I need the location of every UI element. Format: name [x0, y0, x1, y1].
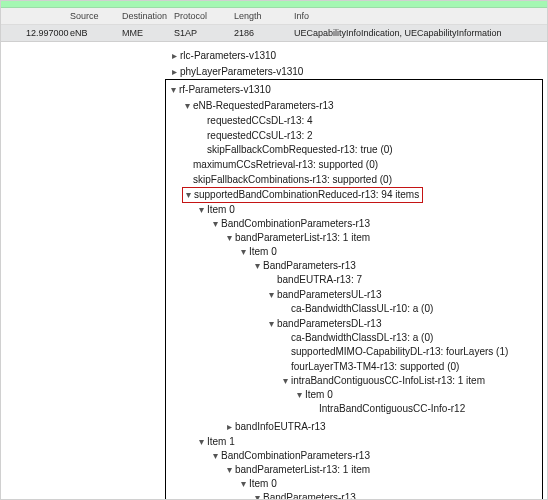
chevron-down-icon[interactable]: ▾ [224, 463, 235, 477]
label: intraBandContiguousCC-InfoList-r13: 1 it… [291, 375, 485, 386]
node-item[interactable]: ▾Item 0 ▾BandCombinationParameters-r13 ▾… [196, 203, 542, 435]
cell-protocol: S1AP [171, 25, 231, 41]
label: BandParameters-r13 [263, 260, 356, 271]
col-protocol[interactable]: Protocol [171, 8, 231, 24]
leaf-skip-fallback-comb[interactable]: skipFallbackCombinations-r13: supported … [182, 172, 542, 187]
node-rlc-parameters[interactable]: rlc-Parameters-v1310 [169, 48, 543, 64]
col-length[interactable]: Length [231, 8, 291, 24]
label: bandInfoEUTRA-r13 [235, 421, 326, 432]
col-info[interactable]: Info [291, 8, 547, 24]
items-list: ▾Item 0 ▾BandCombinationParameters-r13 ▾… [182, 203, 542, 499]
col-destination[interactable]: Destination [119, 8, 171, 24]
leaf-skip-fallback-req[interactable]: skipFallbackCombRequested-r13: true (0) [196, 143, 542, 158]
chevron-down-icon[interactable]: ▾ [183, 188, 194, 202]
chevron-down-icon[interactable]: ▾ [196, 435, 207, 449]
node-item[interactable]: ▾Item 1 ▾BandCombinationParameters-r13 ▾… [196, 435, 542, 499]
node-enb-requested[interactable]: ▾eNB-RequestedParameters-r13 requestedCC… [182, 98, 542, 158]
node-rf-parameters[interactable]: rf-Parameters-v1310 [168, 82, 542, 98]
display-filter-bar[interactable] [1, 1, 547, 8]
label: BandCombinationParameters-r13 [221, 218, 370, 229]
node-supported-band-combination[interactable]: ▾supportedBandCombinationReduced-r13: 94… [182, 187, 542, 499]
col-time[interactable] [23, 8, 67, 24]
label: Item 0 [249, 246, 277, 257]
chevron-down-icon[interactable]: ▾ [280, 374, 291, 388]
node-bpl-item[interactable]: ▾Item 0 ▾BandParameters-r13 bandEUTRA-r1… [238, 477, 542, 499]
chevron-down-icon[interactable]: ▾ [210, 217, 221, 231]
label: bandParametersUL-r13 [277, 289, 382, 300]
cell-destination: MME [119, 25, 171, 41]
label: supportedMIMO-CapabilityDL-r13: fourLaye… [291, 346, 508, 357]
node-bpl-item[interactable]: ▾Item 0 ▾BandParameters-r13 bandEUTRA-r1… [238, 245, 542, 419]
col-no[interactable] [1, 8, 23, 24]
leaf-band-eutra[interactable]: bandEUTRA-r13: 7 [266, 273, 542, 288]
label: skipFallbackCombRequested-r13: true (0) [207, 144, 393, 155]
label: IntraBandContiguousCC-Info-r12 [319, 403, 465, 414]
node-intra-item[interactable]: ▾Item 0 IntraBandContiguousCC-Info-r12 [294, 388, 542, 417]
leaf-ca-bw-ul[interactable]: ca-BandwidthClassUL-r10: a (0) [280, 301, 542, 316]
chevron-down-icon[interactable]: ▾ [210, 449, 221, 463]
node-band-combination-params[interactable]: ▾BandCombinationParameters-r13 ▾bandPara… [210, 217, 542, 435]
node-band-parameter-list[interactable]: ▾bandParameterList-r13: 1 item ▾Item 0 ▾… [224, 463, 542, 499]
label: skipFallbackCombinations-r13: supported … [193, 174, 392, 185]
chevron-down-icon[interactable]: ▾ [266, 317, 277, 331]
label: Item 0 [249, 478, 277, 489]
label: rlc-Parameters-v1310 [180, 50, 276, 61]
chevron-down-icon[interactable]: ▾ [252, 259, 263, 273]
label: BandParameters-r13 [263, 492, 356, 499]
packet-row[interactable]: 12.997000 eNB MME S1AP 2186 UECapability… [1, 25, 547, 42]
chevron-down-icon[interactable]: ▾ [294, 388, 305, 402]
label: bandEUTRA-r13: 7 [277, 274, 362, 285]
node-band-parameters[interactable]: ▾BandParameters-r13 bandEUTRA-r13: 7 ▾ba… [252, 259, 542, 419]
chevron-down-icon[interactable]: ▾ [238, 245, 249, 259]
node-band-parameters[interactable]: ▾BandParameters-r13 bandEUTRA-r13: 40 ▾b… [252, 491, 542, 499]
chevron-down-icon[interactable]: ▾ [182, 98, 193, 114]
chevron-down-icon[interactable]: ▾ [238, 477, 249, 491]
label: bandParameterList-r13: 1 item [235, 464, 370, 475]
pretree-group: rlc-Parameters-v1310 phyLayerParameters-… [169, 48, 543, 79]
label: bandParametersDL-r13 [277, 318, 382, 329]
chevron-down-icon[interactable]: ▾ [224, 231, 235, 245]
cell-info: UECapabilityInfoIndication, UECapability… [291, 25, 547, 41]
leaf-max-ccs-retrieval[interactable]: maximumCCsRetrieval-r13: supported (0) [182, 158, 542, 173]
node-band-info-eutra[interactable]: ▸bandInfoEUTRA-r13 [224, 419, 542, 434]
cell-length: 2186 [231, 25, 291, 41]
label: bandParameterList-r13: 1 item [235, 232, 370, 243]
packet-details-pane[interactable]: rlc-Parameters-v1310 phyLayerParameters-… [1, 42, 547, 499]
label: ca-BandwidthClassDL-r13: a (0) [291, 332, 433, 343]
node-band-params-ul[interactable]: ▾bandParametersUL-r13 ca-BandwidthClassU… [266, 287, 542, 316]
label: supportedBandCombinationReduced-r13: 94 … [194, 189, 419, 200]
label: BandCombinationParameters-r13 [221, 450, 370, 461]
label: requestedCCsUL-r13: 2 [207, 130, 313, 141]
chevron-down-icon[interactable]: ▾ [266, 288, 277, 302]
cell-no [1, 25, 23, 41]
label: Item 0 [305, 389, 333, 400]
node-band-params-dl[interactable]: ▾bandParametersDL-r13 ca-BandwidthClassD… [266, 316, 542, 418]
label: rf-Parameters-v1310 [179, 84, 271, 95]
highlighted-subtree-box: rf-Parameters-v1310 ▾eNB-RequestedParame… [165, 79, 543, 499]
leaf-tm3tm4[interactable]: fourLayerTM3-TM4-r13: supported (0) [280, 359, 542, 374]
cell-source: eNB [67, 25, 119, 41]
label: fourLayerTM3-TM4-r13: supported (0) [291, 361, 459, 372]
node-band-parameter-list[interactable]: ▾bandParameterList-r13: 1 item ▾Item 0 ▾… [224, 231, 542, 420]
chevron-right-icon[interactable] [169, 49, 180, 63]
node-phy-parameters[interactable]: phyLayerParameters-v1310 [169, 64, 543, 80]
chevron-down-icon[interactable]: ▾ [196, 203, 207, 217]
label: maximumCCsRetrieval-r13: supported (0) [193, 159, 378, 170]
label: requestedCCsDL-r13: 4 [207, 115, 313, 126]
col-source[interactable]: Source [67, 8, 119, 24]
chevron-down-icon[interactable] [168, 83, 179, 97]
leaf-intra-info[interactable]: IntraBandContiguousCC-Info-r12 [308, 402, 542, 417]
leaf-requested-ccs-ul[interactable]: requestedCCsUL-r13: 2 [196, 128, 542, 143]
leaf-requested-ccs-dl[interactable]: requestedCCsDL-r13: 4 [196, 114, 542, 129]
node-intra-cc-infolist[interactable]: ▾intraBandContiguousCC-InfoList-r13: 1 i… [280, 374, 542, 418]
label: ca-BandwidthClassUL-r10: a (0) [291, 303, 433, 314]
packet-list-header[interactable]: Source Destination Protocol Length Info [1, 8, 547, 25]
chevron-right-icon[interactable] [169, 65, 180, 79]
label: Item 0 [207, 204, 235, 215]
leaf-mimo[interactable]: supportedMIMO-CapabilityDL-r13: fourLaye… [280, 345, 542, 360]
chevron-down-icon[interactable]: ▾ [252, 491, 263, 499]
chevron-right-icon[interactable]: ▸ [224, 420, 235, 434]
label: Item 1 [207, 436, 235, 447]
node-band-combination-params[interactable]: ▾BandCombinationParameters-r13 ▾bandPara… [210, 449, 542, 499]
leaf-ca-bw-dl[interactable]: ca-BandwidthClassDL-r13: a (0) [280, 330, 542, 345]
